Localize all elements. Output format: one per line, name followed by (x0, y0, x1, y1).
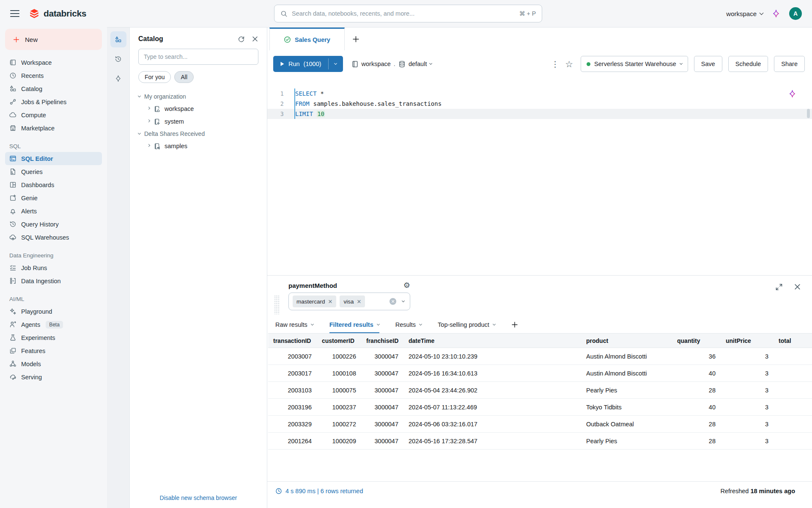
results-table[interactable]: transactionID customerID franchiseID dat… (268, 333, 812, 450)
tree-section-delta-shares[interactable]: Delta Shares Received (138, 128, 258, 140)
sidebar-item-query-history[interactable]: Query History (5, 218, 102, 231)
sidebar-item-sql-warehouses[interactable]: SQL Warehouses (5, 231, 102, 244)
sidebar-item-agents[interactable]: Agents Beta (5, 318, 102, 331)
col-header-quantity[interactable]: quantity (672, 334, 721, 348)
sidebar-item-sql-editor[interactable]: SQL Editor (5, 152, 102, 165)
disable-schema-browser-link[interactable]: Disable new schema browser (130, 494, 267, 501)
sidebar-item-marketplace[interactable]: Marketplace (5, 121, 102, 135)
sidebar-item-playground[interactable]: Playground (5, 305, 102, 318)
sidebar-item-label: Dashboards (21, 182, 54, 188)
close-icon[interactable] (252, 36, 258, 42)
table-row[interactable]: 2003103 1000075 3000047 2024-05-04 23:44… (268, 382, 812, 399)
favorite-star-icon[interactable]: ☆ (565, 60, 573, 69)
schedule-button[interactable]: Schedule (728, 56, 768, 72)
tree-item-label: samples (165, 143, 187, 149)
run-options-caret[interactable] (329, 56, 343, 72)
run-label: Run (288, 61, 300, 67)
remove-chip-icon[interactable]: ✕ (328, 298, 333, 305)
filter-widget-drag-handle[interactable] (274, 295, 280, 315)
fullscreen-icon[interactable] (775, 283, 783, 291)
cell-franchise-id: 3000047 (361, 365, 403, 382)
table-row[interactable]: 2003196 1000237 3000047 2024-05-07 11:13… (268, 399, 812, 416)
filter-value-chip: visa ✕ (340, 295, 365, 307)
warehouse-selector[interactable]: Serverless Starter Warehouse (581, 56, 688, 72)
table-row[interactable]: 2001264 1000209 3000047 2024-05-16 17:32… (268, 433, 812, 450)
tree-item-workspace[interactable]: workspace (138, 102, 258, 115)
tab-sales-query[interactable]: Sales Query (269, 28, 345, 50)
rail-history-button[interactable] (110, 51, 126, 67)
bell-icon (9, 207, 16, 215)
sidebar-item-recents[interactable]: Recents (5, 69, 102, 82)
global-search-input[interactable] (292, 10, 515, 17)
close-results-icon[interactable] (794, 283, 801, 291)
warehouse-name: Serverless Starter Warehouse (594, 61, 676, 67)
save-button[interactable]: Save (694, 56, 722, 72)
refresh-icon[interactable] (238, 36, 245, 43)
tab-filtered-results[interactable]: Filtered results (329, 321, 379, 333)
payment-method-filter[interactable]: mastercard ✕ visa ✕ ✕ (288, 293, 410, 310)
sidebar-section-sql: SQL (5, 143, 102, 149)
share-button[interactable]: Share (774, 56, 805, 72)
sidebar-item-alerts[interactable]: Alerts (5, 204, 102, 218)
filter-chip-for-you[interactable]: For you (138, 71, 171, 83)
remove-chip-icon[interactable]: ✕ (357, 298, 361, 305)
workspace-switcher[interactable]: workspace (726, 10, 763, 17)
sidebar-item-job-runs[interactable]: Job Runs (5, 261, 102, 274)
col-header-transaction-id[interactable]: transactionID (268, 334, 317, 348)
gear-icon[interactable]: ⚙ (403, 282, 410, 289)
global-search[interactable]: ⌘ + P (274, 5, 542, 22)
sidebar-item-models[interactable]: Models (5, 357, 102, 370)
tab-results[interactable]: Results (395, 321, 422, 333)
sidebar-item-queries[interactable]: Queries (5, 165, 102, 178)
editor-scrollbar-thumb[interactable] (807, 109, 810, 118)
query-duration-status[interactable]: 4 s 890 ms | 6 rows returned (275, 488, 363, 494)
sidebar-item-data-ingestion[interactable]: Data Ingestion (5, 274, 102, 287)
sidebar-item-serving[interactable]: Serving (5, 370, 102, 384)
tree-item-system[interactable]: system (138, 115, 258, 128)
catalog-schema-context[interactable]: workspace . default (351, 61, 432, 68)
sidebar-item-workspace[interactable]: Workspace (5, 56, 102, 69)
run-button[interactable]: Run (1000) (273, 56, 343, 72)
assistant-sparkle-icon[interactable] (771, 9, 781, 18)
sidebar-item-experiments[interactable]: Experiments (5, 331, 102, 344)
editor-assistant-sparkle-icon[interactable] (788, 89, 797, 99)
add-visualization-button[interactable] (511, 321, 518, 333)
sql-code-editor[interactable]: 1 SELECT* 2 FROMsamples.bakehouse.sales_… (267, 77, 812, 275)
sidebar-item-label: Catalog (21, 86, 42, 92)
rail-catalog-button[interactable] (110, 31, 126, 47)
sidebar-item-features[interactable]: Features (5, 344, 102, 357)
col-header-date-time[interactable]: dateTime (403, 334, 581, 348)
clear-all-filters-icon[interactable]: ✕ (390, 298, 396, 305)
sidebar-item-dashboards[interactable]: Dashboards (5, 178, 102, 191)
table-row[interactable]: 2003329 1000272 3000047 2024-05-06 03:32… (268, 416, 812, 433)
tree-item-samples[interactable]: samples (138, 140, 258, 152)
catalog-search-input[interactable] (138, 49, 258, 65)
sidebar-item-jobs-pipelines[interactable]: Jobs & Pipelines (5, 95, 102, 108)
col-header-franchise-id[interactable]: franchiseID (361, 334, 403, 348)
col-header-total[interactable]: total (774, 334, 812, 348)
table-row[interactable]: 2003017 1000108 3000047 2024-05-16 16:34… (268, 365, 812, 382)
new-button[interactable]: New (5, 29, 102, 50)
rail-assistant-button[interactable] (110, 70, 126, 86)
col-header-product[interactable]: product (581, 334, 672, 348)
hamburger-menu-icon[interactable] (10, 10, 19, 17)
new-tab-button[interactable] (345, 28, 367, 50)
tree-section-my-organization[interactable]: My organization (138, 91, 258, 102)
databricks-logo[interactable]: databricks (29, 8, 86, 19)
user-avatar[interactable]: A (789, 7, 802, 20)
sidebar-item-compute[interactable]: Compute (5, 108, 102, 121)
kebab-menu-icon[interactable]: ⋮ (551, 60, 559, 68)
sidebar-item-label: Serving (21, 374, 42, 381)
filter-dropdown-chevron-icon[interactable] (402, 301, 404, 302)
sidebar-item-catalog[interactable]: Catalog (5, 82, 102, 95)
sidebar-item-genie[interactable]: Genie (5, 191, 102, 204)
filter-chip-all[interactable]: All (174, 71, 194, 83)
tab-top-selling-product[interactable]: Top-selling product (438, 321, 495, 333)
flask-icon (9, 334, 16, 341)
table-row[interactable]: 2003007 1000226 3000047 2024-05-10 23:10… (268, 348, 812, 365)
tab-raw-results[interactable]: Raw results (275, 321, 313, 333)
col-header-customer-id[interactable]: customerID (317, 334, 361, 348)
sidebar-item-label: Recents (21, 72, 44, 79)
col-header-unit-price[interactable]: unitPrice (721, 334, 774, 348)
code-line: 1 SELECT* (267, 88, 812, 99)
